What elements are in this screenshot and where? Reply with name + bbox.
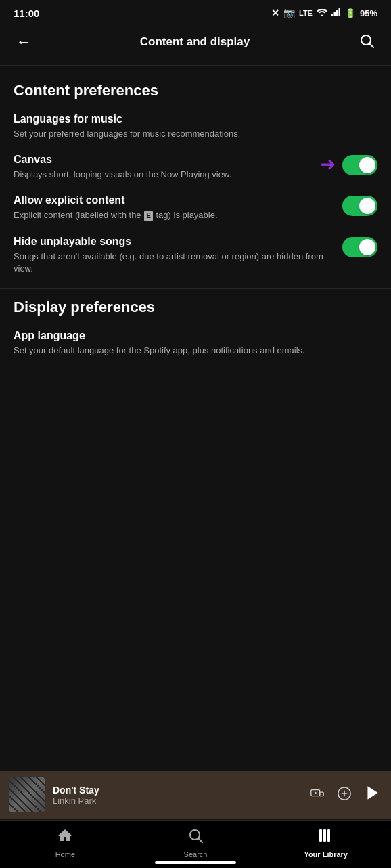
back-button[interactable]: ←	[14, 32, 34, 52]
hide-unplayable-desc: Songs that aren't available (e.g. due to…	[14, 251, 334, 275]
svg-marker-13	[367, 786, 377, 800]
library-icon	[318, 827, 334, 848]
wifi-icon	[317, 7, 327, 19]
nav-home[interactable]: Home	[0, 821, 131, 868]
svg-rect-8	[320, 792, 324, 796]
home-indicator	[155, 861, 236, 864]
content-preferences-title: Content preferences	[14, 82, 377, 100]
signal-icon	[331, 7, 341, 19]
now-playing-bar: Don't Stay Linkin Park	[0, 771, 391, 819]
svg-rect-16	[319, 829, 322, 842]
library-label: Your Library	[304, 850, 348, 859]
explicit-toggle[interactable]	[342, 196, 377, 216]
svg-point-9	[315, 791, 317, 794]
canvas-item: Canvas Displays short, looping visuals o…	[14, 154, 377, 181]
languages-for-music-item[interactable]: Languages for music Set your preferred l…	[14, 113, 377, 140]
hide-unplayable-row: Hide unplayable songs Songs that aren't …	[14, 236, 377, 275]
content-preferences-section: Content preferences Languages for music …	[0, 66, 391, 275]
svg-rect-1	[331, 14, 334, 16]
track-title: Don't Stay	[53, 785, 302, 796]
page-title: Content and display	[140, 35, 250, 49]
track-artist: Linkin Park	[53, 796, 302, 806]
nav-library[interactable]: Your Library	[260, 821, 391, 868]
explicit-text: Allow explicit content Explicit content …	[14, 194, 334, 221]
canvas-label: Canvas	[14, 154, 312, 166]
lte-icon: LTE	[299, 9, 313, 17]
time: 11:00	[14, 7, 39, 19]
album-art	[9, 777, 45, 812]
connect-device-icon[interactable]	[310, 786, 325, 804]
svg-rect-4	[338, 8, 340, 16]
purple-arrow-icon: ➜	[320, 155, 336, 174]
app-language-item[interactable]: App language Set your default language f…	[14, 330, 377, 357]
app-language-label: App language	[14, 330, 377, 342]
battery-icon: 🔋	[345, 8, 356, 18]
playback-controls	[310, 784, 382, 806]
explicit-desc: Explicit content (labelled with the E ta…	[14, 209, 334, 221]
play-button[interactable]	[364, 784, 382, 806]
svg-rect-18	[327, 829, 330, 842]
canvas-toggle[interactable]	[342, 155, 377, 175]
svg-point-0	[321, 15, 323, 17]
section-divider	[0, 288, 391, 289]
status-right-icons: ✕ 📷 LTE 🔋 95%	[271, 7, 377, 19]
add-to-queue-icon[interactable]	[337, 786, 352, 804]
languages-label: Languages for music	[14, 113, 377, 125]
canvas-desc: Displays short, looping visuals on the N…	[14, 169, 312, 181]
svg-rect-17	[323, 829, 326, 842]
display-preferences-section: Display preferences App language Set you…	[0, 299, 391, 357]
header: ← Content and display	[0, 23, 391, 65]
hide-unplayable-item: Hide unplayable songs Songs that aren't …	[14, 236, 377, 275]
battery-percent: 95%	[360, 8, 377, 18]
x-icon: ✕	[271, 7, 279, 18]
status-bar: 11:00 ✕ 📷 LTE 🔋 95%	[0, 0, 391, 23]
search-button[interactable]	[356, 30, 377, 54]
app-language-desc: Set your default language for the Spotif…	[14, 345, 377, 357]
hide-unplayable-text: Hide unplayable songs Songs that aren't …	[14, 236, 334, 275]
search-label: Search	[184, 850, 208, 859]
instagram-icon: 📷	[283, 7, 295, 18]
explicit-content-item: Allow explicit content Explicit content …	[14, 194, 377, 221]
canvas-text: Canvas Displays short, looping visuals o…	[14, 154, 312, 181]
hide-unplayable-toggle[interactable]	[342, 237, 377, 257]
svg-rect-3	[336, 10, 338, 16]
explicit-content-row: Allow explicit content Explicit content …	[14, 194, 377, 221]
e-tag: E	[144, 211, 153, 221]
svg-line-15	[199, 839, 203, 843]
home-label: Home	[55, 850, 75, 859]
canvas-row: Canvas Displays short, looping visuals o…	[14, 154, 377, 181]
explicit-label: Allow explicit content	[14, 194, 334, 207]
languages-desc: Set your preferred languages for music r…	[14, 128, 377, 140]
svg-line-6	[370, 44, 374, 48]
home-icon	[57, 827, 73, 848]
hide-unplayable-label: Hide unplayable songs	[14, 236, 334, 248]
svg-rect-2	[334, 12, 336, 17]
track-info: Don't Stay Linkin Park	[53, 785, 302, 806]
search-icon	[187, 827, 204, 848]
display-preferences-title: Display preferences	[14, 299, 377, 316]
